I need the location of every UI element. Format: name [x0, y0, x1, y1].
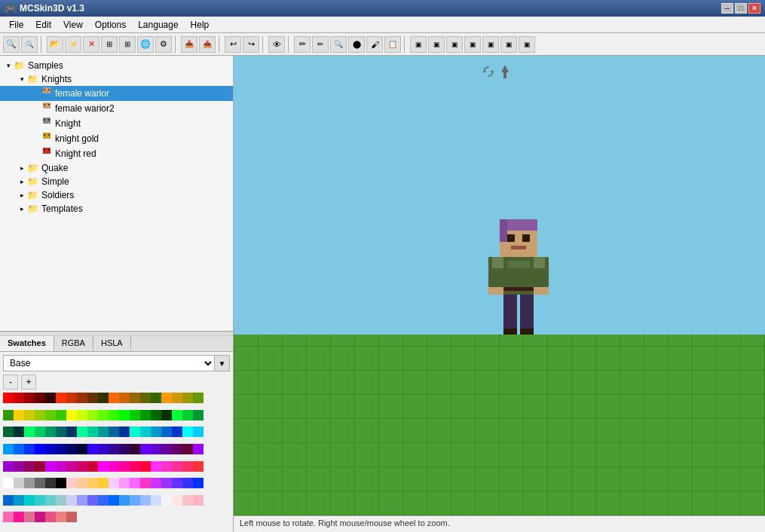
tree-arrow-soldiers[interactable]	[17, 190, 27, 200]
color-swatch[interactable]	[14, 393, 24, 403]
color-swatch[interactable]	[161, 427, 172, 437]
color-swatch[interactable]	[45, 461, 56, 472]
color-swatch[interactable]	[56, 427, 66, 437]
color-swatch[interactable]	[56, 495, 66, 506]
color-swatch[interactable]	[172, 427, 182, 437]
color-swatch[interactable]	[130, 393, 140, 403]
color-swatch[interactable]	[14, 410, 24, 420]
color-swatch[interactable]	[66, 410, 77, 420]
color-swatch[interactable]	[3, 512, 14, 522]
color-swatch[interactable]	[35, 512, 45, 522]
menu-edit[interactable]: Edit	[29, 18, 57, 32]
color-swatch[interactable]	[98, 393, 109, 403]
color-swatch[interactable]	[56, 410, 66, 420]
viewport[interactable]	[234, 56, 765, 515]
redo-button[interactable]: ↪	[243, 36, 259, 53]
color-swatch[interactable]	[87, 410, 98, 420]
color-swatch[interactable]	[98, 478, 109, 488]
color-swatch[interactable]	[24, 427, 35, 437]
color-swatch[interactable]	[172, 410, 182, 420]
color-swatch[interactable]	[77, 495, 87, 506]
color-swatch[interactable]	[3, 427, 14, 437]
color-swatch[interactable]	[193, 495, 203, 506]
color-swatch[interactable]	[3, 410, 14, 420]
color-swatch[interactable]	[193, 444, 203, 454]
color-swatch[interactable]	[35, 427, 45, 437]
fill-button[interactable]: ⬤	[348, 36, 365, 53]
color-swatch[interactable]	[35, 478, 45, 488]
color-swatch[interactable]	[3, 444, 14, 454]
part7-button[interactable]: ▣	[519, 36, 535, 53]
color-swatch[interactable]	[87, 495, 98, 506]
color-swatch[interactable]	[130, 495, 140, 506]
tab-hsla[interactable]: HSLA	[93, 336, 131, 351]
color-swatch[interactable]	[45, 444, 56, 454]
color-swatch[interactable]	[77, 461, 87, 472]
swatch-zoom-in-button[interactable]: +	[21, 375, 36, 390]
color-swatch[interactable]	[119, 461, 130, 472]
color-swatch[interactable]	[24, 495, 35, 506]
color-swatch[interactable]	[130, 461, 140, 472]
color-swatch[interactable]	[24, 393, 35, 403]
color-swatch[interactable]	[35, 495, 45, 506]
part5-button[interactable]: ▣	[482, 36, 499, 53]
pencil2-button[interactable]: ✏	[312, 36, 329, 53]
color-swatch[interactable]	[140, 495, 151, 506]
color-swatch[interactable]	[109, 461, 119, 472]
color-swatch[interactable]	[45, 512, 56, 522]
color-swatch[interactable]	[66, 427, 77, 437]
export-button[interactable]: 📤	[199, 36, 216, 53]
color-swatch[interactable]	[172, 393, 182, 403]
tree-arrow-templates[interactable]	[17, 203, 27, 214]
menu-view[interactable]: View	[57, 18, 89, 32]
color-swatch[interactable]	[66, 444, 77, 454]
zoom-out-button[interactable]: 🔍	[21, 36, 38, 53]
color-swatch[interactable]	[109, 427, 119, 437]
color-swatch[interactable]	[77, 427, 87, 437]
color-swatch[interactable]	[151, 410, 161, 420]
color-swatch[interactable]	[161, 461, 172, 472]
dropdown-arrow-icon[interactable]: ▼	[215, 355, 230, 371]
color-swatch[interactable]	[45, 393, 56, 403]
brush-button[interactable]: 🖌	[366, 36, 383, 53]
color-swatch[interactable]	[119, 427, 130, 437]
color-swatch[interactable]	[14, 444, 24, 454]
tree-item-knight-gold[interactable]: knight gold	[0, 131, 233, 146]
color-swatch[interactable]	[45, 478, 56, 488]
color-swatch[interactable]	[193, 461, 203, 472]
globe-button[interactable]: 🌐	[137, 36, 154, 53]
tree-item-soldiers[interactable]: 📁 Soldiers	[0, 188, 233, 202]
color-swatch[interactable]	[98, 444, 109, 454]
color-swatch[interactable]	[109, 393, 119, 403]
color-swatch[interactable]	[77, 410, 87, 420]
color-swatch[interactable]	[14, 478, 24, 488]
color-swatch[interactable]	[35, 444, 45, 454]
color-swatch[interactable]	[119, 495, 130, 506]
file-tree[interactable]: 📁 Samples 📁 Knights female warior	[0, 56, 233, 332]
tree-item-female-warior2[interactable]: female warior2	[0, 101, 233, 116]
tree-item-knight-red[interactable]: Knight red	[0, 146, 233, 161]
color-swatch[interactable]	[109, 478, 119, 488]
color-swatch[interactable]	[161, 393, 172, 403]
color-swatch[interactable]	[193, 410, 203, 420]
tab-swatches[interactable]: Swatches	[0, 336, 54, 351]
close-button[interactable]: ✕	[748, 3, 760, 14]
color-swatch[interactable]	[35, 410, 45, 420]
open-file-button[interactable]: 📂	[47, 36, 63, 53]
color-swatch[interactable]	[45, 495, 56, 506]
color-swatch[interactable]	[77, 393, 87, 403]
part6-button[interactable]: ▣	[500, 36, 517, 53]
color-swatch[interactable]	[161, 444, 172, 454]
color-swatch[interactable]	[151, 461, 161, 472]
color-swatch[interactable]	[87, 427, 98, 437]
color-swatch[interactable]	[14, 495, 24, 506]
color-swatch[interactable]	[193, 427, 203, 437]
color-swatch[interactable]	[119, 393, 130, 403]
delete-button[interactable]: ✕	[83, 36, 99, 53]
color-swatch[interactable]	[182, 444, 193, 454]
color-swatch[interactable]	[24, 410, 35, 420]
import-button[interactable]: 📥	[181, 36, 197, 53]
color-swatch[interactable]	[151, 478, 161, 488]
color-swatch[interactable]	[172, 444, 182, 454]
color-swatch[interactable]	[109, 444, 119, 454]
